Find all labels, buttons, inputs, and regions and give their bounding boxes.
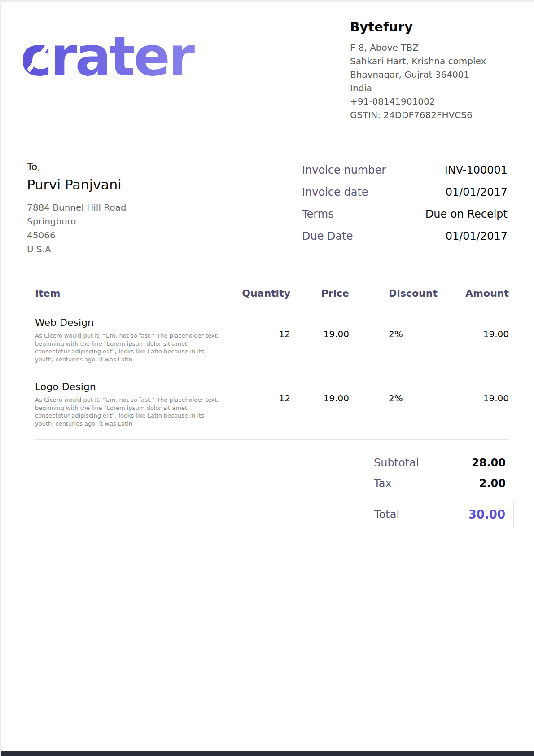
total-box: Total 30.00 bbox=[366, 501, 514, 528]
company-info: Bytefury F-8, Above TBZ Sahkari Hart, Kr… bbox=[350, 20, 503, 122]
item-amount: 19.00 bbox=[437, 381, 509, 427]
bill-to-label: To, bbox=[27, 161, 126, 172]
total-value: 30.00 bbox=[468, 508, 505, 521]
items-divider bbox=[35, 439, 508, 440]
item-cell: Logo Design As Cicero would put it, “Um,… bbox=[35, 381, 239, 427]
due-date-value: 01/01/2017 bbox=[446, 230, 508, 242]
column-header-amount: Amount bbox=[437, 288, 509, 299]
tax-label: Tax bbox=[374, 477, 392, 490]
company-name: Bytefury bbox=[350, 20, 503, 35]
column-header-discount: Discount bbox=[349, 288, 437, 299]
customer-address-line: Springboro bbox=[27, 215, 126, 229]
item-cell: Web Design As Cicero would put it, “Um, … bbox=[35, 317, 239, 363]
company-gstin: GSTIN: 24DDF7682FHVCS6 bbox=[350, 108, 503, 122]
item-name: Web Design bbox=[35, 317, 239, 328]
crater-logo-icon: crater bbox=[23, 31, 223, 85]
column-header-price: Price bbox=[290, 288, 349, 299]
bill-to-block: To, Purvi Panjvani 7884 Bunnel Hill Road… bbox=[27, 161, 126, 256]
column-header-quantity: Quantity bbox=[239, 288, 290, 299]
item-price: 19.00 bbox=[290, 317, 349, 363]
tax-value: 2.00 bbox=[479, 477, 506, 490]
item-description: As Cicero would put it, “Um, not so fast… bbox=[35, 332, 223, 363]
subtotal-row: Subtotal 28.00 bbox=[366, 457, 514, 469]
crater-logo: crater bbox=[23, 31, 223, 87]
item-name: Logo Design bbox=[35, 381, 239, 392]
item-quantity: 12 bbox=[239, 381, 290, 427]
invoice-number-row: Invoice number INV-100001 bbox=[302, 164, 508, 176]
company-address-line: India bbox=[350, 81, 503, 95]
terms-row: Terms Due on Receipt bbox=[302, 208, 508, 220]
invoice-date-value: 01/01/2017 bbox=[446, 186, 508, 198]
customer-name: Purvi Panjvani bbox=[27, 177, 126, 193]
terms-value: Due on Receipt bbox=[425, 208, 508, 220]
totals-block: Subtotal 28.00 Tax 2.00 Total 30.00 bbox=[366, 457, 514, 528]
customer-address-line: U.S.A bbox=[27, 242, 126, 256]
item-description: As Cicero would put it, “Um, not so fast… bbox=[35, 396, 223, 427]
total-label: Total bbox=[374, 508, 399, 521]
company-address-line: Bhavnagar, Gujrat 364001 bbox=[350, 68, 503, 81]
invoice-date-row: Invoice date 01/01/2017 bbox=[302, 186, 508, 198]
company-phone: +91-08141901002 bbox=[350, 95, 503, 108]
company-address-line: Sahkari Hart, Krishna complex bbox=[350, 54, 503, 68]
customer-address-line: 45066 bbox=[27, 229, 126, 242]
table-row: Web Design As Cicero would put it, “Um, … bbox=[35, 299, 508, 363]
items-table: Item Quantity Price Discount Amount Web … bbox=[35, 288, 508, 440]
column-header-item: Item bbox=[35, 288, 239, 299]
item-discount: 2% bbox=[349, 381, 437, 427]
invoice-page: crater Bytefury F-8, Above TBZ Sahkari H… bbox=[0, 0, 534, 756]
item-amount: 19.00 bbox=[437, 317, 509, 363]
footer-bar bbox=[1, 751, 534, 756]
item-price: 19.00 bbox=[290, 381, 349, 427]
terms-label: Terms bbox=[302, 208, 334, 220]
invoice-number-value: INV-100001 bbox=[445, 164, 508, 176]
customer-address-line: 7884 Bunnel Hill Road bbox=[27, 201, 126, 215]
subtotal-label: Subtotal bbox=[374, 457, 419, 469]
due-date-label: Due Date bbox=[302, 230, 353, 242]
item-discount: 2% bbox=[349, 317, 437, 363]
table-row: Logo Design As Cicero would put it, “Um,… bbox=[35, 363, 508, 427]
invoice-header: crater Bytefury F-8, Above TBZ Sahkari H… bbox=[1, 2, 534, 133]
billing-section: To, Purvi Panjvani 7884 Bunnel Hill Road… bbox=[1, 133, 534, 256]
item-quantity: 12 bbox=[239, 317, 290, 363]
due-date-row: Due Date 01/01/2017 bbox=[302, 230, 508, 242]
company-address-line: F-8, Above TBZ bbox=[350, 41, 503, 54]
items-table-header: Item Quantity Price Discount Amount bbox=[35, 288, 508, 299]
invoice-number-label: Invoice number bbox=[302, 164, 386, 176]
subtotal-value: 28.00 bbox=[472, 457, 506, 469]
invoice-date-label: Invoice date bbox=[302, 186, 368, 198]
invoice-meta-block: Invoice number INV-100001 Invoice date 0… bbox=[302, 164, 508, 256]
tax-row: Tax 2.00 bbox=[366, 477, 514, 490]
svg-text:crater: crater bbox=[23, 31, 195, 85]
